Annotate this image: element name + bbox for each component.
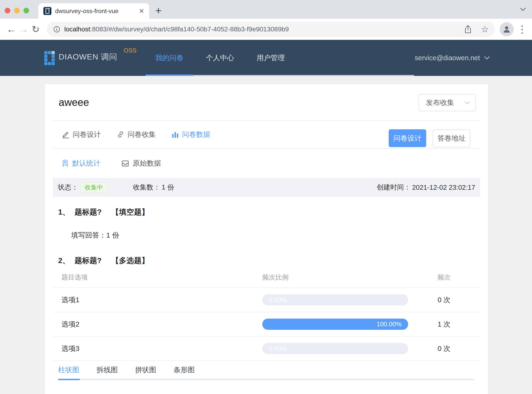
percent-value: 0.00% bbox=[269, 345, 287, 352]
browser-url-bar-row: ← → ↻ localhost:8083/#/dw/survey/d/chart… bbox=[0, 19, 532, 40]
inbox-icon bbox=[122, 160, 129, 167]
browser-tab-strip: dwsurvey-oss-front-vue × + bbox=[0, 0, 532, 19]
count-value: 0 次 bbox=[408, 344, 480, 353]
traffic-lights bbox=[5, 8, 29, 13]
tab-survey-collect[interactable]: 问卷收集 bbox=[117, 130, 156, 139]
option-stats-table: 题目选项 频次比例 频次 选项1 0.00% 0 次 选项2 100.00% 1… bbox=[53, 267, 480, 361]
chart-type-tabs: 柱状图 拆线图 拼状图 条形图 bbox=[53, 361, 480, 389]
minimize-window-button[interactable] bbox=[14, 8, 20, 13]
menu-item-user-management[interactable]: 用户管理 bbox=[247, 40, 295, 76]
percent-bar: 0.00% bbox=[262, 343, 408, 354]
question-1-title: 1、 题标题? 【填空题】 bbox=[53, 207, 480, 217]
survey-title: aweee bbox=[59, 97, 89, 108]
answer-url-button[interactable]: 答卷地址 bbox=[433, 129, 470, 147]
tab-title: dwsurvey-oss-front-vue bbox=[55, 7, 137, 15]
menu-item-profile[interactable]: 个人中心 bbox=[196, 40, 244, 76]
answer-label: 填写回答： bbox=[71, 231, 106, 239]
tab-survey-design[interactable]: 问卷设计 bbox=[62, 130, 101, 139]
brand-oss-badge: OSS bbox=[124, 47, 137, 54]
browser-profile-avatar[interactable] bbox=[500, 22, 514, 36]
header-percent: 频次比例 bbox=[262, 273, 408, 282]
forward-button[interactable]: → bbox=[17, 24, 30, 35]
chevron-down-icon bbox=[464, 101, 470, 105]
page-background: aweee 发布收集 问卷设计 bbox=[0, 76, 532, 394]
header-count: 频次 bbox=[408, 273, 480, 282]
percent-bar: 100.00% bbox=[262, 319, 408, 330]
browser-tab[interactable]: dwsurvey-oss-front-vue × bbox=[38, 3, 149, 19]
status-badge: 收集中 bbox=[80, 182, 107, 192]
menu-item-my-surveys[interactable]: 我的问卷 bbox=[145, 40, 193, 76]
back-button[interactable]: ← bbox=[5, 24, 17, 35]
chevron-down-icon bbox=[484, 56, 490, 60]
publish-select[interactable]: 发布收集 bbox=[419, 94, 476, 111]
option-label: 选项3 bbox=[53, 344, 262, 353]
tab-raw-data[interactable]: 原始数据 bbox=[122, 159, 161, 168]
edit-icon bbox=[62, 130, 69, 138]
diaowen-logo-icon[interactable] bbox=[44, 51, 55, 65]
browser-menu-icon[interactable]: ⋮ bbox=[517, 24, 527, 34]
bookmark-star-icon[interactable]: ☆ bbox=[481, 25, 489, 34]
answer-value: 1 份 bbox=[106, 231, 119, 239]
question-2-title: 2、 题标题? 【多选题】 bbox=[53, 256, 480, 266]
tab-survey-data[interactable]: 问卷数据 bbox=[172, 130, 210, 139]
collect-count-label: 收集数： bbox=[133, 183, 160, 192]
chart-tab-bar[interactable]: 条形图 bbox=[174, 365, 195, 375]
tab-default-stats[interactable]: 默认统计 bbox=[62, 159, 100, 168]
percent-value: 100.00% bbox=[377, 321, 402, 328]
site-info-icon[interactable] bbox=[53, 26, 60, 33]
table-row: 选项1 0.00% 0 次 bbox=[53, 287, 480, 312]
address-bar[interactable]: localhost:8083/#/dw/survey/d/chart/c98fa… bbox=[47, 22, 495, 37]
table-row: 选项3 0.00% 0 次 bbox=[53, 336, 480, 361]
chart-tabs-underline bbox=[58, 379, 474, 380]
count-value: 0 次 bbox=[408, 295, 480, 305]
reload-button[interactable]: ↻ bbox=[30, 24, 42, 35]
share-icon[interactable] bbox=[464, 25, 472, 34]
created-time-label: 创建时间： bbox=[377, 183, 411, 192]
app-navbar: DIAOWEN 调问 OSS 我的问卷 个人中心 用户管理 service@di… bbox=[0, 40, 532, 76]
tab-search-chevron-icon[interactable] bbox=[520, 7, 526, 11]
percent-value: 0.00% bbox=[269, 296, 287, 304]
brand-text: DIAOWEN 调问 bbox=[59, 52, 117, 62]
option-label: 选项1 bbox=[53, 295, 262, 305]
account-email: service@diaowen.net bbox=[415, 54, 480, 62]
question-1-answer: 填写回答：1 份 bbox=[53, 230, 480, 240]
close-window-button[interactable] bbox=[5, 8, 10, 13]
tag-icon bbox=[62, 160, 69, 167]
table-row: 选项2 100.00% 1 次 bbox=[53, 312, 480, 336]
count-value: 1 次 bbox=[408, 320, 480, 329]
status-bar: 状态： 收集中 收集数： 1 份 创建时间： 2021-12-02 23:02:… bbox=[53, 178, 480, 197]
tab-close-icon[interactable]: × bbox=[139, 7, 144, 15]
chart-tab-pie[interactable]: 拼状图 bbox=[135, 365, 156, 375]
main-menu: 我的问卷 个人中心 用户管理 bbox=[145, 40, 295, 76]
account-dropdown[interactable]: service@diaowen.net bbox=[415, 40, 490, 76]
survey-card: aweee 发布收集 问卷设计 bbox=[45, 84, 488, 394]
url-text: localhost:8083/#/dw/survey/d/chart/c98fa… bbox=[64, 26, 459, 33]
chart-tab-column[interactable]: 柱状图 bbox=[58, 365, 79, 375]
favicon-icon bbox=[43, 7, 51, 15]
new-tab-button[interactable]: + bbox=[155, 5, 162, 16]
collect-count-value: 1 份 bbox=[162, 183, 174, 192]
status-label: 状态： bbox=[58, 183, 78, 192]
link-icon bbox=[117, 131, 124, 138]
bar-chart-icon bbox=[172, 131, 179, 138]
percent-bar: 0.00% bbox=[262, 294, 408, 306]
option-label: 选项2 bbox=[53, 320, 262, 329]
created-time-value: 2021-12-02 23:02:17 bbox=[412, 184, 475, 191]
header-option: 题目选项 bbox=[53, 273, 262, 282]
chart-tabs-active-underline bbox=[58, 379, 80, 380]
chart-tab-line[interactable]: 拆线图 bbox=[97, 365, 118, 375]
publish-select-value: 发布收集 bbox=[426, 98, 454, 108]
table-header-row: 题目选项 频次比例 频次 bbox=[53, 267, 480, 287]
zoom-window-button[interactable] bbox=[23, 8, 29, 13]
survey-design-button[interactable]: 问卷设计 bbox=[389, 129, 426, 147]
